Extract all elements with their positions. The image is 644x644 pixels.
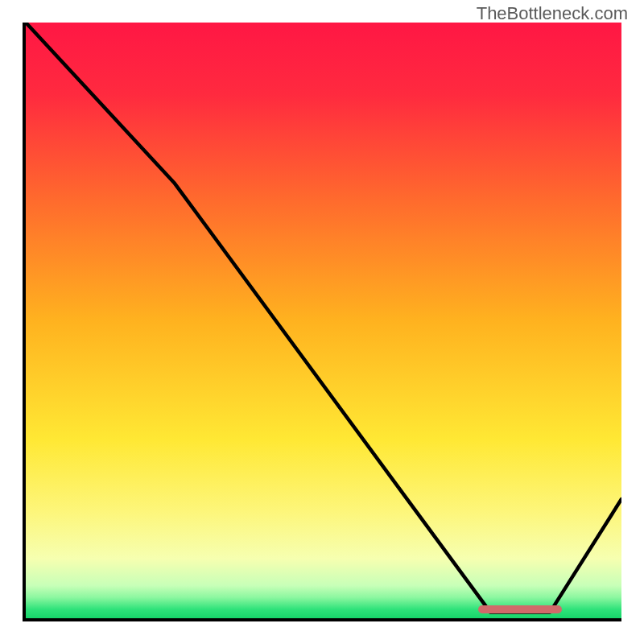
bottleneck-curve: [26, 23, 621, 618]
chart-container: TheBottleneck.com: [0, 0, 644, 644]
plot-area: [23, 23, 621, 621]
optimal-range-marker: [478, 605, 562, 613]
watermark-text: TheBottleneck.com: [477, 3, 628, 24]
